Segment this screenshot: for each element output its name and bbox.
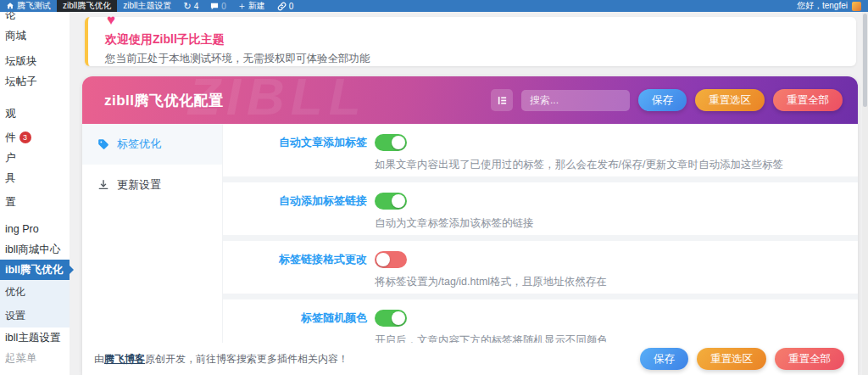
sidebar-item[interactable]: 具 [0, 168, 70, 188]
sidebar-item[interactable]: 优化 [0, 280, 70, 304]
setting-description: 自动为文章标签添加该标签的链接 [375, 216, 534, 231]
download-icon [97, 179, 109, 191]
sidebar-item-label: 优化 [5, 286, 25, 298]
toggle-switch[interactable] [375, 310, 407, 327]
comment-icon [210, 3, 219, 10]
setting-label: 标签随机颜色 [223, 310, 367, 343]
reset-all-button[interactable]: 重置全部 [775, 348, 844, 370]
admin-bar-zibll-theme[interactable]: zibll主题设置 [117, 0, 177, 12]
tengfei-blog-link[interactable]: 腾飞博客 [104, 353, 145, 365]
sidebar-item[interactable]: 起菜单 [0, 348, 70, 368]
sidebar-item-label: ibll主题设置 [5, 332, 60, 344]
toggle-switch[interactable] [375, 251, 407, 268]
sidebar-item-label: 具 [5, 172, 16, 184]
updates-count: 4 [194, 2, 199, 11]
sidebar-item-label: 置 [5, 196, 16, 208]
sidebar-item[interactable]: 观 [0, 104, 70, 124]
tag-icon [97, 138, 109, 150]
count-badge: 3 [19, 132, 31, 143]
greeting-text[interactable]: 您好，tengfei [797, 0, 848, 12]
settings-panel: ZIBLL zibll腾飞优化配置 保存 重置选区 重置全部 标签优化 更新设置 [82, 76, 858, 375]
sidebar-item[interactable]: 商城 [0, 25, 70, 46]
setting-description: 开启后，文章内容下方的标签将随机显示不同颜色 [375, 333, 608, 343]
settings-tabs: 标签优化 更新设置 [82, 124, 223, 343]
sidebar-item-label: ibll腾飞优化 [5, 264, 63, 276]
footer-text: 由腾飞博客原创开发，前往博客搜索更多插件相关内容！ [94, 352, 348, 367]
sidebar-item[interactable]: ing Pro [0, 219, 70, 239]
reset-all-button[interactable]: 重置全部 [773, 89, 843, 111]
setting-row: 标签链接格式更改 将标签设置为/tag/id.html格式，且原地址依然存在 [223, 241, 858, 294]
link-icon [277, 2, 287, 11]
toggle-switch[interactable] [375, 193, 407, 210]
save-button[interactable]: 保存 [638, 89, 687, 111]
sidebar-item-label: 商城 [5, 30, 26, 42]
sidebar-item-label: ing Pro [5, 223, 39, 235]
admin-bar: 腾飞测试 zibll腾飞优化 zibll主题设置 ↻ 4 0 新建 0 您好，t… [0, 0, 868, 12]
setting-description: 如果文章内容出现了已使用过的标签，那么会在发布/保存/更新文章时自动添加这些标签 [375, 158, 783, 172]
new-label: 新建 [248, 0, 265, 12]
setting-label: 自动文章添加标签 [223, 134, 367, 176]
toggle-switch[interactable] [375, 134, 407, 151]
sidebar-item[interactable]: ibll主题设置 [0, 327, 70, 348]
toggle-knob [392, 311, 405, 325]
sidebar-item[interactable]: ibll商城中心 [0, 239, 70, 260]
sidebar-item-label: 观 [5, 108, 16, 120]
heart-icon: ♥ [107, 12, 115, 29]
settings-tab[interactable]: 更新设置 [82, 165, 222, 205]
admin-bar-zibll-tengfei[interactable]: zibll腾飞优化 [57, 0, 117, 12]
toggle-knob [376, 253, 390, 266]
sidebar-item-label: 件 [5, 132, 16, 143]
settings-rows: 自动文章添加标签 如果文章内容出现了已使用过的标签，那么会在发布/保存/更新文章… [223, 124, 858, 343]
sidebar-item-label: 坛帖子 [5, 76, 37, 87]
sidebar-item-label: 户 [5, 152, 16, 164]
setting-label: 标签链接格式更改 [223, 251, 367, 294]
admin-sidebar: 论 商城 坛版块 坛帖子 观 件3 户 具 置 ing Pro ibll商城中心 [0, 12, 70, 375]
site-name: 腾飞测试 [17, 0, 51, 12]
user-avatar[interactable] [852, 2, 861, 11]
scrollbar-thumb[interactable] [863, 14, 867, 107]
welcome-notice: ♥ 欢迎使用Zibll子比主题 您当前正处于本地测试环境，无需授权即可体验全部功… [85, 17, 856, 66]
settings-tab[interactable]: 标签优化 [82, 124, 222, 165]
panel-title: zibll腾飞优化配置 [104, 91, 224, 110]
search-input[interactable] [521, 90, 630, 111]
admin-bar-comments[interactable]: 0 [204, 0, 232, 12]
setting-row: 自动添加标签链接 自动为文章标签添加该标签的链接 [223, 182, 858, 235]
setting-row: 自动文章添加标签 如果文章内容出现了已使用过的标签，那么会在发布/保存/更新文章… [223, 124, 858, 176]
sidebar-item[interactable]: 户 [0, 148, 70, 168]
notice-title: 欢迎使用Zibll子比主题 [105, 32, 856, 48]
sidebar-item[interactable]: 设置 [0, 304, 70, 327]
setting-description: 将标签设置为/tag/id.html格式，且原地址依然存在 [375, 275, 607, 289]
sidebar-item[interactable]: 坛帖子 [0, 71, 70, 92]
sidebar-item-label: 坛版块 [5, 55, 37, 67]
collapse-list-icon[interactable] [491, 89, 513, 111]
save-button[interactable]: 保存 [640, 348, 688, 370]
admin-bar-new[interactable]: 新建 [232, 0, 271, 12]
sidebar-item-label: ibll商城中心 [5, 243, 60, 255]
update-icon: ↻ [183, 1, 191, 12]
setting-label: 自动添加标签链接 [223, 193, 367, 235]
sidebar-item[interactable]: ibll腾飞优化 [0, 260, 70, 280]
plus-icon [238, 3, 246, 10]
toggle-knob [392, 194, 405, 208]
sidebar-item[interactable]: 置 [0, 192, 70, 212]
sidebar-item-label: 起菜单 [5, 352, 37, 364]
reset-section-button[interactable]: 重置选区 [697, 348, 766, 370]
tab-label: 标签优化 [117, 137, 161, 152]
sidebar-item-label: 设置 [5, 310, 25, 322]
links-count: 0 [289, 2, 294, 11]
admin-bar-updates[interactable]: ↻ 4 [177, 0, 204, 12]
admin-bar-site[interactable]: 腾飞测试 [0, 0, 57, 12]
active-arrow-icon [70, 266, 74, 274]
sidebar-item[interactable]: 件3 [0, 127, 70, 148]
reset-section-button[interactable]: 重置选区 [695, 89, 765, 111]
home-icon [6, 2, 14, 10]
panel-footer: 由腾飞博客原创开发，前往博客搜索更多插件相关内容！ 保存 重置选区 重置全部 [82, 343, 858, 375]
panel-header: ZIBLL zibll腾飞优化配置 保存 重置选区 重置全部 [82, 76, 858, 124]
tab-label: 更新设置 [117, 177, 161, 193]
notice-description: 您当前正处于本地测试环境，无需授权即可体验全部功能 [105, 52, 856, 66]
comments-count: 0 [221, 2, 226, 11]
admin-bar-links[interactable]: 0 [271, 0, 300, 12]
toggle-knob [392, 136, 405, 149]
scrollbar-track[interactable] [862, 12, 868, 375]
sidebar-item[interactable]: 坛版块 [0, 51, 70, 71]
